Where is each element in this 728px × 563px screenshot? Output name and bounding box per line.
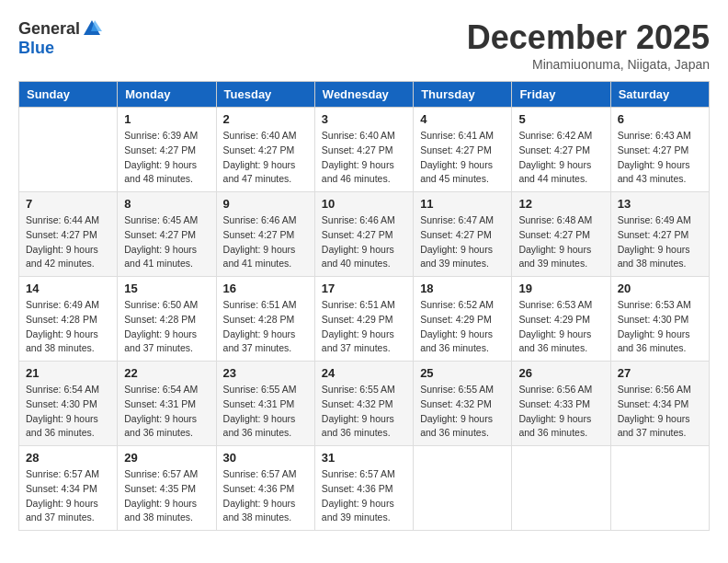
day-number: 3 — [322, 112, 406, 126]
table-cell: 28 Sunrise: 6:57 AMSunset: 4:34 PMDaylig… — [19, 446, 118, 531]
header-sunday: Sunday — [19, 82, 118, 108]
table-cell: 24 Sunrise: 6:55 AMSunset: 4:32 PMDaylig… — [314, 362, 413, 446]
logo-blue: Blue — [18, 39, 54, 58]
day-info: Sunrise: 6:56 AMSunset: 4:33 PMDaylight:… — [518, 383, 603, 441]
table-cell: 2 Sunrise: 6:40 AMSunset: 4:27 PMDayligh… — [216, 108, 314, 192]
day-info: Sunrise: 6:54 AMSunset: 4:30 PMDaylight:… — [26, 383, 110, 441]
week-row-0: 1 Sunrise: 6:39 AMSunset: 4:27 PMDayligh… — [19, 108, 710, 192]
logo-general: General — [18, 19, 80, 39]
day-info: Sunrise: 6:57 AMSunset: 4:36 PMDaylight:… — [322, 467, 406, 525]
day-number: 11 — [420, 197, 505, 211]
day-info: Sunrise: 6:39 AMSunset: 4:27 PMDaylight:… — [124, 129, 209, 187]
table-cell — [19, 108, 118, 192]
day-number: 6 — [618, 112, 702, 126]
day-number: 27 — [618, 366, 702, 380]
day-info: Sunrise: 6:47 AMSunset: 4:27 PMDaylight:… — [420, 213, 505, 271]
day-info: Sunrise: 6:54 AMSunset: 4:31 PMDaylight:… — [124, 383, 209, 441]
table-cell: 12 Sunrise: 6:48 AMSunset: 4:27 PMDaylig… — [512, 192, 610, 277]
day-info: Sunrise: 6:49 AMSunset: 4:28 PMDaylight:… — [26, 298, 110, 356]
table-cell — [610, 446, 709, 531]
day-number: 15 — [124, 282, 209, 295]
day-number: 19 — [518, 282, 603, 295]
header-tuesday: Tuesday — [216, 82, 314, 108]
table-cell: 8 Sunrise: 6:45 AMSunset: 4:27 PMDayligh… — [118, 192, 216, 277]
day-number: 25 — [420, 366, 505, 380]
day-number: 24 — [322, 366, 406, 380]
header-wednesday: Wednesday — [314, 82, 413, 108]
table-cell: 11 Sunrise: 6:47 AMSunset: 4:27 PMDaylig… — [414, 192, 512, 277]
day-info: Sunrise: 6:51 AMSunset: 4:28 PMDaylight:… — [223, 298, 308, 356]
day-info: Sunrise: 6:48 AMSunset: 4:27 PMDaylight:… — [518, 213, 603, 271]
day-number: 22 — [124, 366, 209, 380]
day-info: Sunrise: 6:50 AMSunset: 4:28 PMDaylight:… — [124, 298, 209, 356]
table-cell: 6 Sunrise: 6:43 AMSunset: 4:27 PMDayligh… — [610, 108, 709, 192]
week-row-1: 7 Sunrise: 6:44 AMSunset: 4:27 PMDayligh… — [19, 192, 710, 277]
table-cell: 26 Sunrise: 6:56 AMSunset: 4:33 PMDaylig… — [512, 362, 610, 446]
title-block: December 2025 Minamiuonuma, Niigata, Jap… — [467, 18, 710, 72]
table-cell: 10 Sunrise: 6:46 AMSunset: 4:27 PMDaylig… — [314, 192, 413, 277]
table-cell — [512, 446, 610, 531]
table-cell: 23 Sunrise: 6:55 AMSunset: 4:31 PMDaylig… — [216, 362, 314, 446]
day-info: Sunrise: 6:44 AMSunset: 4:27 PMDaylight:… — [26, 213, 110, 271]
day-info: Sunrise: 6:45 AMSunset: 4:27 PMDaylight:… — [124, 213, 209, 271]
table-cell: 13 Sunrise: 6:49 AMSunset: 4:27 PMDaylig… — [610, 192, 709, 277]
day-info: Sunrise: 6:55 AMSunset: 4:32 PMDaylight:… — [322, 383, 406, 441]
week-row-2: 14 Sunrise: 6:49 AMSunset: 4:28 PMDaylig… — [19, 277, 710, 362]
table-cell: 5 Sunrise: 6:42 AMSunset: 4:27 PMDayligh… — [512, 108, 610, 192]
day-info: Sunrise: 6:46 AMSunset: 4:27 PMDaylight:… — [223, 213, 308, 271]
page-header: General Blue December 2025 Minamiuonuma,… — [18, 18, 710, 72]
table-cell: 20 Sunrise: 6:53 AMSunset: 4:30 PMDaylig… — [610, 277, 709, 362]
day-info: Sunrise: 6:55 AMSunset: 4:32 PMDaylight:… — [420, 383, 505, 441]
day-info: Sunrise: 6:53 AMSunset: 4:30 PMDaylight:… — [618, 298, 702, 356]
calendar: Sunday Monday Tuesday Wednesday Thursday… — [18, 81, 710, 531]
day-number: 23 — [223, 366, 308, 380]
day-number: 28 — [26, 451, 110, 465]
day-info: Sunrise: 6:56 AMSunset: 4:34 PMDaylight:… — [618, 383, 702, 441]
weekday-header-row: Sunday Monday Tuesday Wednesday Thursday… — [19, 82, 710, 108]
day-info: Sunrise: 6:52 AMSunset: 4:29 PMDaylight:… — [420, 298, 505, 356]
day-info: Sunrise: 6:53 AMSunset: 4:29 PMDaylight:… — [518, 298, 603, 356]
day-info: Sunrise: 6:42 AMSunset: 4:27 PMDaylight:… — [518, 129, 603, 187]
day-info: Sunrise: 6:40 AMSunset: 4:27 PMDaylight:… — [223, 129, 308, 187]
day-number: 9 — [223, 197, 308, 211]
day-number: 2 — [223, 112, 308, 126]
day-info: Sunrise: 6:41 AMSunset: 4:27 PMDaylight:… — [420, 129, 505, 187]
day-number: 10 — [322, 197, 406, 211]
header-saturday: Saturday — [610, 82, 709, 108]
table-cell: 29 Sunrise: 6:57 AMSunset: 4:35 PMDaylig… — [118, 446, 216, 531]
table-cell: 7 Sunrise: 6:44 AMSunset: 4:27 PMDayligh… — [19, 192, 118, 277]
logo-icon — [82, 18, 102, 39]
table-cell: 22 Sunrise: 6:54 AMSunset: 4:31 PMDaylig… — [118, 362, 216, 446]
day-number: 14 — [26, 282, 110, 295]
table-cell: 15 Sunrise: 6:50 AMSunset: 4:28 PMDaylig… — [118, 277, 216, 362]
day-info: Sunrise: 6:51 AMSunset: 4:29 PMDaylight:… — [322, 298, 406, 356]
table-cell: 19 Sunrise: 6:53 AMSunset: 4:29 PMDaylig… — [512, 277, 610, 362]
table-cell: 17 Sunrise: 6:51 AMSunset: 4:29 PMDaylig… — [314, 277, 413, 362]
table-cell — [414, 446, 512, 531]
week-row-4: 28 Sunrise: 6:57 AMSunset: 4:34 PMDaylig… — [19, 446, 710, 531]
table-cell: 9 Sunrise: 6:46 AMSunset: 4:27 PMDayligh… — [216, 192, 314, 277]
header-monday: Monday — [118, 82, 216, 108]
day-number: 30 — [223, 451, 308, 465]
header-thursday: Thursday — [414, 82, 512, 108]
table-cell: 3 Sunrise: 6:40 AMSunset: 4:27 PMDayligh… — [314, 108, 413, 192]
table-cell: 1 Sunrise: 6:39 AMSunset: 4:27 PMDayligh… — [118, 108, 216, 192]
day-info: Sunrise: 6:57 AMSunset: 4:36 PMDaylight:… — [223, 467, 308, 525]
table-cell: 14 Sunrise: 6:49 AMSunset: 4:28 PMDaylig… — [19, 277, 118, 362]
day-number: 17 — [322, 282, 406, 295]
day-number: 26 — [518, 366, 603, 380]
day-number: 7 — [26, 197, 110, 211]
table-cell: 30 Sunrise: 6:57 AMSunset: 4:36 PMDaylig… — [216, 446, 314, 531]
day-number: 5 — [518, 112, 603, 126]
location: Minamiuonuma, Niigata, Japan — [467, 57, 710, 72]
table-cell: 25 Sunrise: 6:55 AMSunset: 4:32 PMDaylig… — [414, 362, 512, 446]
table-cell: 18 Sunrise: 6:52 AMSunset: 4:29 PMDaylig… — [414, 277, 512, 362]
day-number: 29 — [124, 451, 209, 465]
month-title: December 2025 — [467, 18, 710, 57]
day-number: 1 — [124, 112, 209, 126]
day-info: Sunrise: 6:43 AMSunset: 4:27 PMDaylight:… — [618, 129, 702, 187]
table-cell: 4 Sunrise: 6:41 AMSunset: 4:27 PMDayligh… — [414, 108, 512, 192]
day-number: 4 — [420, 112, 505, 126]
day-info: Sunrise: 6:57 AMSunset: 4:34 PMDaylight:… — [26, 467, 110, 525]
day-info: Sunrise: 6:40 AMSunset: 4:27 PMDaylight:… — [322, 129, 406, 187]
